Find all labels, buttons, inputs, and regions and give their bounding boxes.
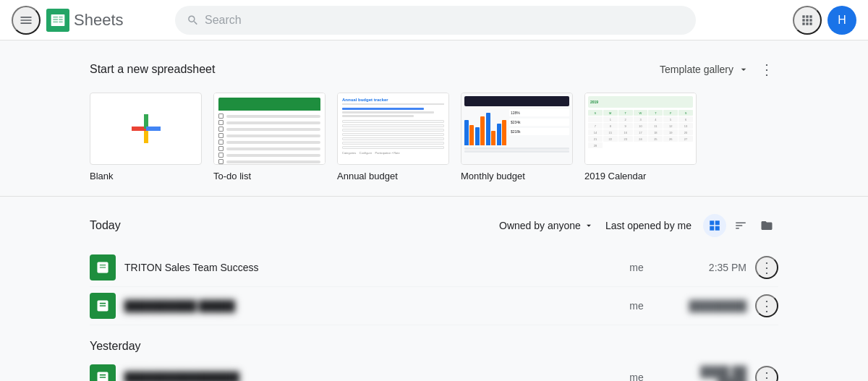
template-todo-label: To-do list — [213, 171, 251, 181]
file-more-button[interactable]: ⋮ — [755, 294, 778, 317]
file-owner: me — [608, 262, 665, 273]
app-title: Sheets — [74, 11, 124, 30]
file-name[interactable]: TRITON Sales Team Success — [124, 262, 599, 273]
svg-rect-3 — [59, 16, 62, 17]
file-sheets-icon — [90, 364, 116, 381]
search-container — [175, 6, 696, 35]
recent-header: Today Owned by anyone Last opened by me — [90, 214, 778, 237]
templates-more-button[interactable]: ⋮ — [755, 58, 778, 81]
svg-rect-5 — [59, 19, 62, 20]
file-item: TRITON Sales Team Success me 2:35 PM ⋮ — [90, 249, 778, 287]
file-item: ████████████████ me ████ ██ ████ ⋮ — [90, 359, 778, 381]
svg-rect-2 — [53, 16, 58, 17]
templates-section: Start a new spreadsheet Template gallery… — [0, 40, 868, 197]
templates-grid: Blank To-do list — [72, 93, 796, 181]
sheets-logo-icon — [46, 9, 69, 32]
list-view-button[interactable] — [755, 214, 778, 237]
template-annual-budget[interactable]: Annual budget tracker — [337, 93, 449, 181]
owned-by-chevron-icon — [584, 221, 594, 231]
template-monthly-budget-thumb: 128% $234k $218k — [461, 93, 573, 165]
template-blank-label: Blank — [90, 171, 114, 181]
today-section-label: Today — [90, 219, 499, 232]
svg-rect-11 — [146, 127, 161, 131]
svg-rect-4 — [53, 19, 58, 20]
plus-icon — [124, 107, 168, 150]
svg-rect-7 — [59, 21, 62, 22]
app-logo[interactable]: Sheets — [46, 9, 124, 32]
search-input[interactable] — [205, 14, 684, 27]
file-item: ██████████ █████ me ████████ ⋮ — [90, 287, 778, 325]
templates-section-title: Start a new spreadsheet — [90, 63, 215, 76]
apps-button[interactable] — [793, 6, 822, 35]
last-opened-label: Last opened by me — [605, 220, 692, 231]
template-monthly-budget-label: Monthly budget — [461, 171, 525, 181]
template-calendar-thumb: 2019 S M T W T F S 1 2 3 4 5 — [584, 93, 697, 165]
file-time-blurred: ████████ — [674, 300, 746, 312]
header-right: H — [793, 6, 856, 35]
templates-header: Start a new spreadsheet Template gallery… — [72, 58, 796, 81]
template-blank[interactable]: Blank — [90, 93, 202, 181]
recent-section: Today Owned by anyone Last opened by me — [72, 197, 796, 381]
file-sheets-icon — [90, 293, 116, 319]
file-time: 2:35 PM — [674, 262, 746, 273]
template-annual-budget-thumb: Annual budget tracker — [337, 93, 449, 165]
file-time-blurred: ████ ██ ████ — [674, 366, 746, 381]
avatar[interactable]: H — [827, 6, 856, 35]
template-monthly-budget[interactable]: 128% $234k $218k Monthly budget — [461, 93, 573, 181]
file-name-blurred: ████████████████ — [124, 372, 599, 381]
search-icon — [187, 14, 199, 27]
template-calendar-label: 2019 Calendar — [584, 171, 646, 181]
template-calendar[interactable]: 2019 S M T W T F S 1 2 3 4 5 — [584, 93, 697, 181]
file-sheets-icon — [90, 254, 116, 281]
app-header: Sheets H — [0, 0, 868, 40]
gallery-chevron-icon — [738, 64, 749, 75]
templates-header-actions: Template gallery ⋮ — [660, 58, 778, 81]
yesterday-section-label: Yesterday — [90, 337, 778, 356]
grid-view-button[interactable] — [703, 214, 726, 237]
owned-by-filter[interactable]: Owned by anyone — [499, 220, 594, 231]
file-owner: me — [608, 372, 665, 381]
template-blank-thumb — [90, 93, 202, 165]
menu-button[interactable] — [12, 6, 41, 35]
file-more-button[interactable]: ⋮ — [755, 256, 778, 279]
svg-rect-6 — [53, 21, 58, 22]
file-owner: me — [608, 300, 665, 312]
template-todo-thumb — [213, 93, 326, 165]
sort-button[interactable] — [729, 214, 752, 237]
recent-controls: Owned by anyone Last opened by me — [499, 214, 778, 237]
template-annual-budget-label: Annual budget — [337, 171, 398, 181]
view-icons — [703, 214, 778, 237]
template-gallery-button[interactable]: Template gallery — [660, 64, 749, 75]
search-bar — [175, 6, 696, 35]
file-more-button[interactable]: ⋮ — [755, 366, 778, 381]
template-todo[interactable]: To-do list — [213, 93, 326, 181]
file-name-blurred: ██████████ █████ — [124, 300, 599, 312]
